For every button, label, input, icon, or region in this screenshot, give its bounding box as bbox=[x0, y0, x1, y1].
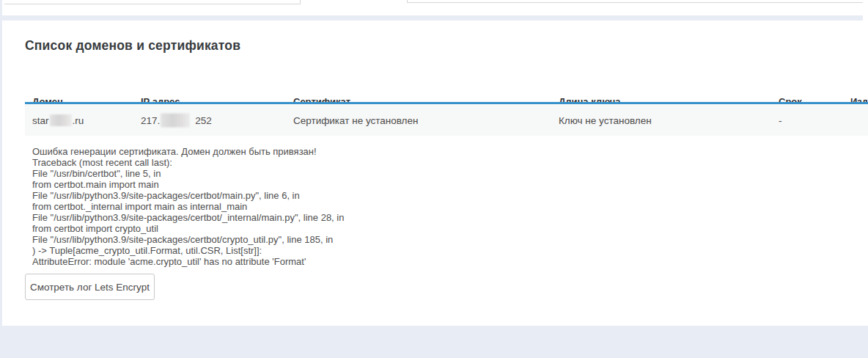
log-line: Ошибка генерации сертификата. Домен долж… bbox=[32, 146, 344, 157]
ip-prefix: 217. bbox=[141, 114, 160, 125]
error-traceback: Ошибка генерации сертификата. Домен долж… bbox=[32, 146, 344, 267]
log-line: ) -> Tuple[acme_crypto_util.Format, util… bbox=[32, 245, 344, 256]
log-line: from certbot._internal import main as in… bbox=[32, 201, 344, 212]
log-line: from certbot.main import main bbox=[32, 179, 344, 190]
cell-domain: star.ru bbox=[32, 114, 84, 126]
cell-key-length-status: Ключ не установлен bbox=[559, 114, 652, 125]
domain-prefix: star bbox=[32, 115, 49, 126]
table-row[interactable]: star.ru 217.252 Сертификат не установлен… bbox=[25, 104, 868, 136]
tab-active-partial[interactable] bbox=[301, 0, 407, 6]
page-title: Список доменов и сертификатов bbox=[25, 38, 240, 54]
log-line: from certbot import crypto_util bbox=[32, 223, 344, 234]
log-line: File "/usr/lib/python3.9/site-packages/c… bbox=[32, 190, 344, 201]
ip-suffix: 252 bbox=[195, 114, 212, 125]
table-header: Домен IP адрес Сертификат Длина ключа Ср… bbox=[25, 76, 868, 102]
redacted-domain-part bbox=[50, 114, 72, 126]
log-line: File "/usr/lib/python3.9/site-packages/c… bbox=[32, 212, 344, 223]
domain-suffix: .ru bbox=[73, 115, 84, 126]
top-tab-bar bbox=[2, 0, 868, 15]
log-line: File "/usr/lib/python3.9/site-packages/c… bbox=[32, 234, 344, 245]
log-line: AttributeError: module 'acme.crypto_util… bbox=[32, 256, 344, 267]
redacted-ip-part bbox=[161, 113, 190, 127]
tab-left-partial[interactable] bbox=[4, 0, 301, 4]
cell-certificate-status: Сертификат не установлен bbox=[293, 114, 418, 125]
scrollbar-track[interactable] bbox=[863, 0, 868, 21]
log-line: Traceback (most recent call last): bbox=[32, 157, 344, 168]
log-line: File "/usr/bin/certbot", line 5, in bbox=[32, 168, 344, 179]
cell-ip: 217.252 bbox=[141, 113, 212, 127]
content-card: Список доменов и сертификатов Домен IP а… bbox=[2, 21, 868, 326]
tab-right-partial[interactable] bbox=[407, 0, 865, 3]
view-letsencrypt-log-button[interactable]: Смотреть лог Lets Encrypt bbox=[25, 274, 155, 300]
cell-term: - bbox=[779, 114, 782, 125]
